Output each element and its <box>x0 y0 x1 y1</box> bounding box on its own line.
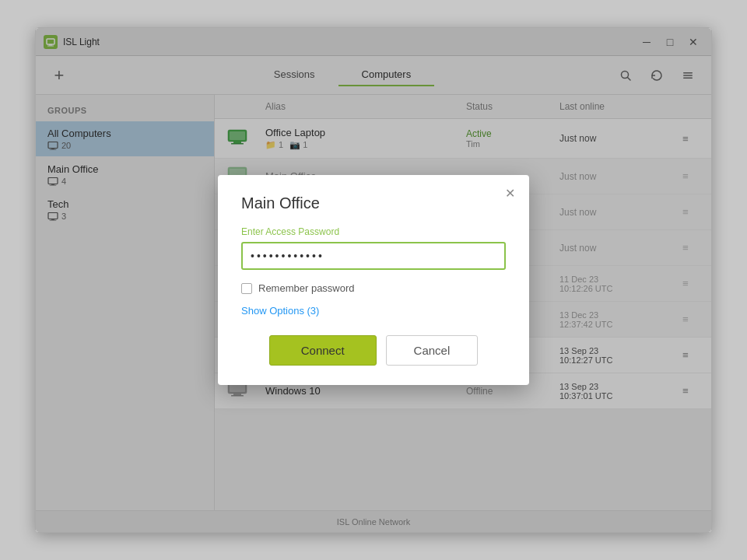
modal-field-label: Enter Access Password <box>241 226 506 237</box>
modal-actions: Connect Cancel <box>241 335 506 366</box>
show-options-button[interactable]: Show Options (3) <box>241 305 319 317</box>
password-input[interactable] <box>241 242 506 270</box>
modal-overlay: ✕ Main Office Enter Access Password Reme… <box>36 28 711 532</box>
modal-title: Main Office <box>241 194 506 212</box>
modal-dialog: ✕ Main Office Enter Access Password Reme… <box>218 175 529 385</box>
main-window: ISL Light ─ □ ✕ + Sessions Computers <box>35 27 712 533</box>
remember-checkbox[interactable] <box>241 283 252 294</box>
modal-close-button[interactable]: ✕ <box>501 184 518 201</box>
connect-button[interactable]: Connect <box>269 335 377 366</box>
remember-password-row: Remember password <box>241 282 506 294</box>
cancel-button[interactable]: Cancel <box>386 335 479 366</box>
remember-label: Remember password <box>258 282 355 294</box>
